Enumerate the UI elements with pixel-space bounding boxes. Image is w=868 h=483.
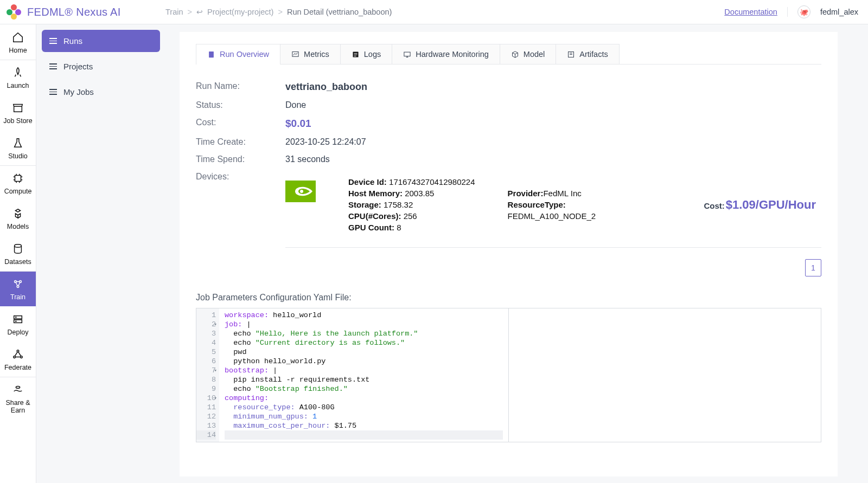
svg-point-2 (15, 281, 17, 283)
cost-label: Cost: (196, 118, 285, 127)
iconbar-launch[interactable]: Launch (0, 60, 36, 95)
iconbar-models-label: Models (7, 223, 29, 230)
pager: 1 (196, 259, 821, 276)
iconbar-share-label: Share & Earn (0, 399, 36, 415)
iconbar-compute[interactable]: Compute (0, 165, 36, 201)
svg-rect-6 (14, 320, 22, 323)
tab-label: Run Overview (220, 50, 269, 59)
tab-hardware[interactable]: Hardware Monitoring (392, 44, 500, 64)
svg-rect-5 (14, 316, 22, 319)
svg-point-7 (16, 317, 16, 318)
breadcrumb-current: Run Detail (vettriano_baboon) (287, 8, 392, 16)
yaml-editor[interactable]: 1 2▾ 3 4 5 6 7▾ 8 9 10▾ 11 12 13 14 (196, 308, 821, 442)
cpu-value: 256 (404, 211, 417, 221)
brand-logo-icon (7, 4, 22, 20)
iconbar-home[interactable]: Home (0, 24, 36, 60)
breadcrumb: Train > ↩ Project(my-project) > Run Deta… (165, 8, 724, 16)
breadcrumb-sep: > (278, 8, 282, 16)
storage-value: 1758.32 (384, 200, 413, 209)
run-details: Run Name: vettriano_baboon Status: Done … (196, 78, 821, 252)
host-memory-value: 2003.85 (405, 189, 434, 198)
breadcrumb-root[interactable]: Train (165, 8, 183, 16)
iconbar-train[interactable]: Train (0, 271, 36, 306)
svg-rect-0 (15, 176, 21, 182)
rocket-icon (12, 67, 24, 79)
tab-metrics[interactable]: Metrics (280, 44, 341, 64)
fold-icon[interactable]: ▾ (214, 394, 217, 403)
iconbar-studio[interactable]: Studio (0, 130, 36, 165)
gpu-count-value: 8 (397, 223, 401, 232)
iconbar-federate-label: Federate (4, 364, 31, 371)
run-name-value: vettriano_baboon (285, 81, 367, 93)
tab-logs[interactable]: Logs (341, 44, 392, 64)
tab-run-overview[interactable]: Run Overview (196, 44, 280, 64)
brand[interactable]: FEDML® Nexus AI (0, 4, 165, 20)
svg-point-10 (14, 356, 16, 358)
sidebar-item-projects[interactable]: Projects (42, 55, 160, 78)
tab-label: Model (524, 50, 545, 59)
breadcrumb-project[interactable]: Project(my-project) (207, 8, 273, 16)
time-spend-value: 31 seconds (285, 154, 330, 164)
iconbar-home-label: Home (9, 47, 27, 54)
iconbar-deploy[interactable]: Deploy (0, 306, 36, 342)
iconbar-federate[interactable]: Federate (0, 342, 36, 377)
host-memory-label: Host Memory: (348, 189, 403, 198)
nvidia-icon (285, 181, 316, 202)
iconbar-datasets[interactable]: Datasets (0, 236, 36, 271)
tab-model[interactable]: Model (500, 44, 557, 64)
iconbar-share[interactable]: Share & Earn (0, 377, 36, 420)
user-avatar-icon[interactable]: 🐙 (797, 5, 810, 18)
svg-point-8 (16, 321, 16, 321)
tab-artifacts[interactable]: Artifacts (556, 44, 619, 64)
provider-value: FedML Inc (543, 189, 581, 198)
iconbar-jobstore[interactable]: Job Store (0, 95, 36, 130)
artifacts-icon (567, 50, 575, 59)
breadcrumb-sep: > (188, 8, 192, 16)
fold-icon[interactable]: ▾ (214, 366, 217, 376)
svg-point-9 (17, 350, 19, 352)
sidebar-item-myjobs[interactable]: My Jobs (42, 81, 160, 103)
tab-label: Metrics (304, 50, 329, 59)
cpu-label: CPU(#Cores): (348, 211, 401, 221)
tab-label: Hardware Monitoring (416, 50, 489, 59)
editor-right-pane (509, 308, 821, 442)
sidebar-item-runs[interactable]: Runs (42, 30, 160, 52)
divider (787, 7, 788, 17)
gpu-cost-label: Cost: (704, 201, 724, 210)
hand-coin-icon (12, 384, 24, 396)
device-id-value: 1716743270412980224 (389, 177, 475, 186)
svg-rect-16 (354, 53, 357, 54)
svg-point-22 (300, 190, 303, 193)
time-create-value: 2023-10-25 12:24:07 (285, 137, 366, 147)
content-area: Run Overview Metrics Logs Hardware Monit… (165, 24, 868, 483)
iconbar-models[interactable]: Models (0, 201, 36, 236)
panel: Run Overview Metrics Logs Hardware Monit… (180, 32, 838, 476)
tab-label: Artifacts (579, 50, 608, 59)
tab-label: Logs (364, 50, 381, 59)
topbar: FEDML® Nexus AI Train > ↩ Project(my-pro… (0, 0, 868, 24)
train-icon (12, 278, 24, 290)
run-name-label: Run Name: (196, 81, 285, 91)
page-1-button[interactable]: 1 (805, 259, 821, 276)
fold-icon[interactable]: ▾ (214, 320, 217, 330)
database-icon (12, 243, 24, 255)
code-area[interactable]: workspace: hello_worldjob: | echo "Hello… (219, 308, 508, 442)
server-icon (12, 313, 24, 325)
username-label[interactable]: fedml_alex (820, 8, 858, 16)
iconbar-datasets-label: Datasets (4, 258, 31, 266)
home-icon (12, 31, 24, 43)
svg-point-1 (15, 244, 22, 248)
device-kv-col2: Provider:FedML Inc ResourceType: FEDML_A… (508, 177, 596, 232)
iconbar-studio-label: Studio (8, 152, 27, 160)
overview-icon (207, 50, 215, 59)
iconbar-jobstore-label: Job Store (3, 117, 33, 125)
devices-label: Devices: (196, 172, 285, 182)
provider-label: Provider: (508, 189, 544, 198)
status-value: Done (285, 100, 306, 110)
documentation-link[interactable]: Documentation (724, 8, 777, 16)
iconbar-launch-label: Launch (7, 82, 29, 89)
main: Home Launch Job Store Studio Compute Mod… (0, 24, 868, 483)
cube-icon (511, 50, 519, 59)
cubes-icon (12, 208, 24, 220)
back-arrow-icon[interactable]: ↩ (196, 8, 203, 16)
